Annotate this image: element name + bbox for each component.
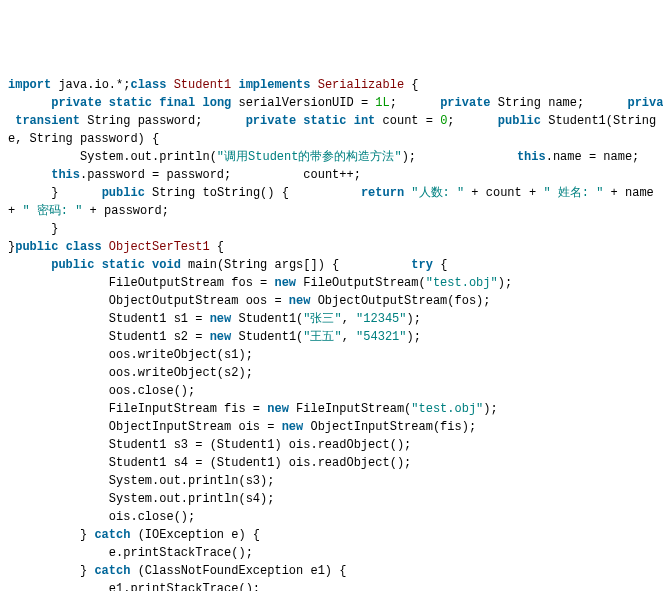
class-name: Student1	[174, 78, 232, 92]
keyword-class: class	[130, 78, 166, 92]
interface-name: Serializable	[318, 78, 404, 92]
code-block: import java.io.*;class Student1 implemen…	[8, 78, 663, 591]
package: java.io.*	[58, 78, 123, 92]
keyword-import: import	[8, 78, 51, 92]
keyword-implements: implements	[238, 78, 310, 92]
